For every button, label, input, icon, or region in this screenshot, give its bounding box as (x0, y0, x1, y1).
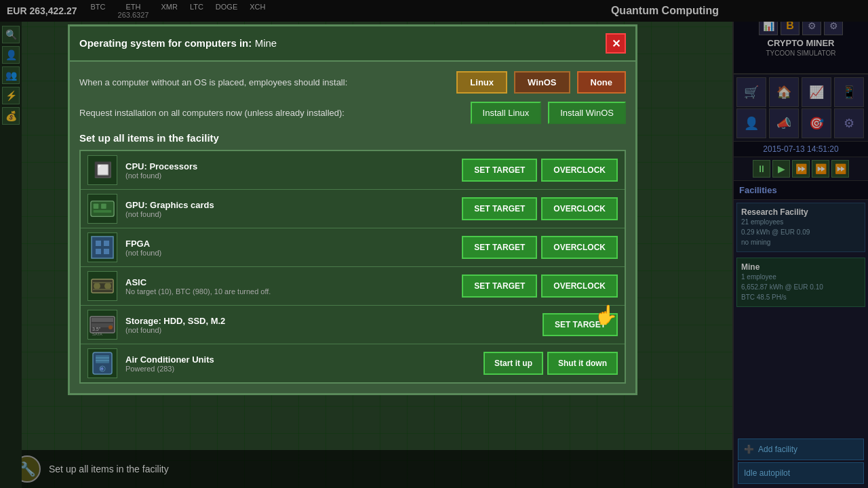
asic-desc: No target (10), BTC (980), 10 are turned… (125, 287, 454, 296)
fpga-desc: (not found) (125, 249, 454, 257)
svg-rect-5 (96, 241, 101, 246)
svg-point-10 (94, 283, 100, 289)
ac-start-up-button[interactable]: Start it up (484, 352, 543, 375)
asic-name: ASIC (125, 277, 454, 287)
linux-button[interactable]: Linux (456, 71, 507, 94)
modal-header-label: Operating system for computers in: (79, 37, 252, 49)
storage-row: 3.5" SATA Storage: HDD, SSD, M.2 (not fo… (81, 306, 625, 344)
svg-rect-21 (96, 355, 109, 363)
fpga-icon (87, 232, 117, 262)
svg-rect-3 (94, 210, 112, 213)
gpu-desc: (not found) (125, 210, 454, 218)
svg-text:❄: ❄ (100, 366, 104, 372)
svg-point-11 (104, 283, 111, 289)
svg-rect-6 (104, 241, 109, 246)
fpga-row: FPGA (not found) SET TARGET OVERCLOCK (81, 228, 625, 267)
svg-rect-1 (94, 203, 99, 209)
svg-point-17 (108, 325, 113, 329)
cpu-overclock-button[interactable]: OVERCLOCK (541, 159, 618, 182)
cpu-row: 🔲 CPU: Processors (not found) SET TARGET… (81, 151, 625, 190)
os-selection-label: When a computer without an OS is placed,… (79, 77, 450, 87)
ac-name: Air Conditioner Units (125, 354, 475, 365)
section-title: Set up all items in the facility (79, 132, 219, 144)
storage-set-target-button[interactable]: SET TARGET (542, 313, 618, 336)
asic-overclock-button[interactable]: OVERCLOCK (541, 274, 618, 298)
install-linux-button[interactable]: Install Linux (471, 102, 542, 124)
none-button[interactable]: None (577, 71, 627, 94)
asic-actions: SET TARGET OVERCLOCK (462, 274, 618, 298)
fpga-info: FPGA (not found) (125, 239, 454, 257)
install-winos-button[interactable]: Install WinOS (548, 102, 626, 124)
svg-text:3.5": 3.5" (92, 327, 101, 331)
gpu-row: GPU: Graphics cards (not found) SET TARG… (81, 190, 625, 228)
asic-set-target-button[interactable]: SET TARGET (462, 274, 537, 298)
asic-info: ASIC No target (10), BTC (980), 10 are t… (125, 277, 454, 296)
svg-rect-12 (93, 282, 112, 283)
storage-name: Storage: HDD, SSD, M.2 (125, 316, 534, 326)
ac-icon: ❄ (87, 348, 117, 378)
facility-items-list: 🔲 CPU: Processors (not found) SET TARGET… (79, 150, 626, 384)
svg-rect-15 (92, 318, 113, 322)
svg-rect-8 (104, 249, 109, 254)
ac-shut-down-button[interactable]: Shut it down (547, 352, 618, 375)
os-setup-modal: Operating system for computers in: Mine … (68, 24, 637, 395)
ac-row: ❄ Air Conditioner Units Powered (283) St… (81, 344, 625, 382)
cpu-info: CPU: Processors (not found) (125, 161, 454, 180)
storage-desc: (not found) (125, 326, 534, 334)
svg-rect-4 (92, 237, 113, 258)
modal-header-mine: Mine (255, 37, 277, 49)
svg-rect-2 (101, 203, 106, 209)
cpu-set-target-button[interactable]: SET TARGET (462, 159, 537, 182)
svg-text:SATA: SATA (92, 332, 102, 336)
asic-row: ASIC No target (10), BTC (980), 10 are t… (81, 267, 625, 306)
gpu-overclock-button[interactable]: OVERCLOCK (541, 197, 618, 220)
fpga-name: FPGA (125, 239, 454, 249)
storage-info: Storage: HDD, SSD, M.2 (not found) (125, 316, 534, 334)
cpu-desc: (not found) (125, 171, 454, 180)
asic-icon (87, 271, 117, 301)
modal-overlay: Operating system for computers in: Mine … (0, 0, 868, 488)
os-install-row: Request installation on all computers no… (79, 102, 626, 124)
gpu-name: GPU: Graphics cards (125, 200, 454, 210)
section-title-row: Set up all items in the facility (79, 132, 626, 144)
fpga-actions: SET TARGET OVERCLOCK (462, 236, 618, 259)
storage-actions: SET TARGET (542, 313, 618, 336)
os-install-label: Request installation on all computers no… (79, 108, 464, 118)
svg-rect-7 (96, 249, 101, 254)
storage-icon: 3.5" SATA (87, 310, 117, 340)
fpga-overclock-button[interactable]: OVERCLOCK (541, 236, 618, 259)
ac-desc: Powered (283) (125, 365, 475, 373)
modal-header: Operating system for computers in: Mine … (70, 26, 635, 62)
cpu-actions: SET TARGET OVERCLOCK (462, 159, 618, 182)
modal-close-button[interactable]: ✕ (606, 33, 626, 54)
gpu-info: GPU: Graphics cards (not found) (125, 200, 454, 218)
svg-rect-13 (93, 289, 112, 290)
modal-body: When a computer without an OS is placed,… (70, 62, 635, 393)
cpu-icon: 🔲 (87, 155, 117, 185)
winos-button[interactable]: WinOS (514, 71, 570, 94)
gpu-set-target-button[interactable]: SET TARGET (462, 197, 537, 220)
ac-actions: Start it up Shut it down (484, 352, 618, 375)
gpu-actions: SET TARGET OVERCLOCK (462, 197, 618, 220)
ac-info: Air Conditioner Units Powered (283) (125, 354, 475, 373)
os-selection-row: When a computer without an OS is placed,… (79, 71, 626, 94)
gpu-icon (87, 194, 117, 224)
fpga-set-target-button[interactable]: SET TARGET (462, 236, 537, 259)
cpu-name: CPU: Processors (125, 161, 454, 171)
modal-header-content: Operating system for computers in: Mine (79, 37, 277, 49)
